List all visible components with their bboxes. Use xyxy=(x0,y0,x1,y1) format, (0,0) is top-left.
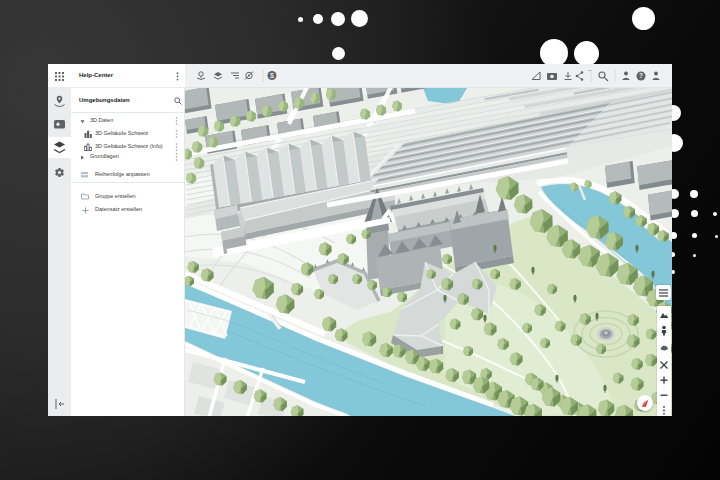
svg-text:$: $ xyxy=(270,72,274,79)
svg-text:?: ? xyxy=(639,72,643,79)
